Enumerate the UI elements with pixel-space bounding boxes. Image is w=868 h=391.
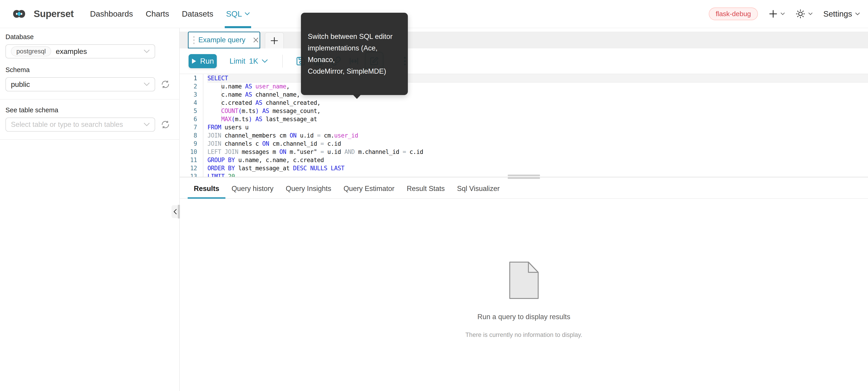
theme-toggle-menu[interactable] — [796, 9, 812, 19]
empty-document-icon — [509, 261, 539, 299]
schema-value: public — [11, 80, 30, 89]
nav-item-sql[interactable]: SQL — [220, 0, 256, 28]
line-number: 8 — [180, 131, 203, 139]
code-line: JOIN channels c ON cm.channel_id = c.id — [208, 139, 868, 148]
sql-editor-pane: Example query Run Limit 1K — [180, 28, 868, 391]
row-limit-dropdown[interactable]: Limit 1K — [229, 57, 268, 65]
line-number: 1 — [180, 74, 203, 82]
sql-lab-screen: Superset Dashboards Charts Datasets SQL … — [0, 0, 868, 391]
line-number: 2 — [180, 82, 203, 91]
superset-logo-icon — [8, 7, 30, 21]
settings-label: Settings — [824, 9, 852, 19]
schema-label: Schema — [5, 66, 174, 74]
line-number: 12 — [180, 164, 203, 172]
sql-code-editor[interactable]: 12345678910111213 SELECT u.name AS user_… — [180, 74, 868, 177]
line-number: 11 — [180, 156, 203, 164]
top-navbar: Superset Dashboards Charts Datasets SQL … — [0, 0, 868, 28]
line-number: 13 — [180, 172, 203, 177]
tab-query-history[interactable]: Query history — [225, 185, 280, 199]
refresh-tables-icon[interactable] — [161, 120, 170, 129]
results-empty-state: Run a query to display results There is … — [180, 261, 868, 338]
chevron-down-icon — [781, 12, 785, 15]
limit-label: Limit — [229, 57, 245, 65]
tab-result-stats[interactable]: Result Stats — [401, 185, 451, 199]
environment-badge: flask-debug — [709, 7, 758, 20]
plus-icon — [769, 9, 777, 18]
sql-gutter: 12345678910111213 — [180, 74, 203, 177]
sidebar-scrollbar-thumb[interactable] — [178, 205, 180, 219]
chevron-down-icon — [245, 12, 250, 15]
tab-sql-visualizer[interactable]: Sql Visualizer — [451, 185, 506, 199]
database-label: Database — [5, 33, 174, 41]
close-tab-icon[interactable] — [253, 37, 259, 43]
chevron-down-icon — [855, 12, 860, 15]
sidebar-divider — [0, 99, 179, 100]
settings-menu[interactable]: Settings — [824, 9, 860, 19]
tooltip-text: Switch between SQL editor implementation… — [308, 33, 393, 75]
code-line: ORDER BY last_message_at DESC NULLS LAST — [208, 164, 868, 172]
editor-tab-label: Example query — [198, 36, 245, 44]
tab-query-estimator[interactable]: Query Estimator — [337, 185, 401, 199]
empty-state-subtitle: There is currently no information to dis… — [180, 331, 868, 338]
line-number: 7 — [180, 123, 203, 131]
sidebar-divider — [0, 139, 179, 140]
toolbar-divider — [282, 55, 283, 67]
line-number: 5 — [180, 107, 203, 115]
new-tab-button[interactable] — [265, 32, 284, 48]
code-line: FROM users u — [208, 123, 868, 131]
code-line: MAX(m.ts) AS last_message_at — [208, 115, 868, 123]
line-number: 4 — [180, 99, 203, 107]
database-value: examples — [56, 47, 87, 56]
chevron-down-icon — [144, 123, 150, 126]
main-nav: Dashboards Charts Datasets SQL — [84, 0, 256, 28]
empty-state-title: Run a query to display results — [180, 313, 868, 321]
chevron-down-icon — [144, 50, 150, 53]
line-number: 6 — [180, 115, 203, 123]
database-select[interactable]: postgresql examples — [5, 44, 155, 58]
sun-icon — [796, 9, 805, 19]
navbar-right-cluster: flask-debug — [709, 7, 860, 20]
table-select[interactable]: Select table or type to search tables — [5, 118, 155, 132]
code-line: GROUP BY u.name, c.name, c.created — [208, 156, 868, 164]
limit-value: 1K — [249, 57, 258, 65]
table-schema-label: See table schema — [5, 106, 174, 114]
tooltip-arrow — [353, 95, 361, 99]
database-engine-pill: postgresql — [11, 46, 51, 56]
chevron-down-icon — [808, 12, 812, 15]
brand-name: Superset — [34, 8, 74, 19]
schema-select[interactable]: public — [5, 77, 155, 91]
refresh-schemas-icon[interactable] — [161, 80, 170, 89]
editor-switch-tooltip: Switch between SQL editor implementation… — [301, 13, 408, 95]
play-icon — [191, 58, 196, 64]
editor-tabstrip: Example query — [180, 32, 868, 48]
superset-logo[interactable]: Superset — [8, 7, 74, 21]
line-number: 10 — [180, 148, 203, 156]
tab-results[interactable]: Results — [188, 185, 225, 199]
resize-grip[interactable] — [508, 174, 540, 181]
table-select-placeholder: Select table or type to search tables — [11, 121, 123, 129]
code-line: LEFT JOIN messages m ON m."user" = u.id … — [208, 148, 868, 156]
new-item-menu[interactable] — [769, 9, 785, 18]
nav-item-dashboards[interactable]: Dashboards — [84, 0, 140, 28]
editor-tab-example-query[interactable]: Example query — [188, 32, 260, 48]
nav-item-charts[interactable]: Charts — [139, 0, 175, 28]
tab-query-insights[interactable]: Query Insights — [280, 185, 337, 199]
chevron-down-icon — [144, 83, 150, 86]
indent-guide — [221, 82, 222, 123]
line-number: 9 — [180, 139, 203, 148]
code-line: c.created AS channel_created, — [208, 99, 868, 107]
sqllab-left-panel: Database postgresql examples Schema publ… — [0, 28, 180, 391]
chevron-down-icon — [262, 59, 268, 63]
nav-item-datasets[interactable]: Datasets — [176, 0, 220, 28]
run-query-button[interactable]: Run — [189, 54, 217, 68]
code-line: COUNT(m.ts) AS message_count, — [208, 107, 868, 115]
results-tabbar: Results Query history Query Insights Que… — [180, 181, 868, 199]
line-number: 3 — [180, 91, 203, 99]
drag-handle-icon[interactable] — [193, 36, 195, 44]
code-line: JOIN channel_members cm ON u.id = cm.use… — [208, 131, 868, 139]
